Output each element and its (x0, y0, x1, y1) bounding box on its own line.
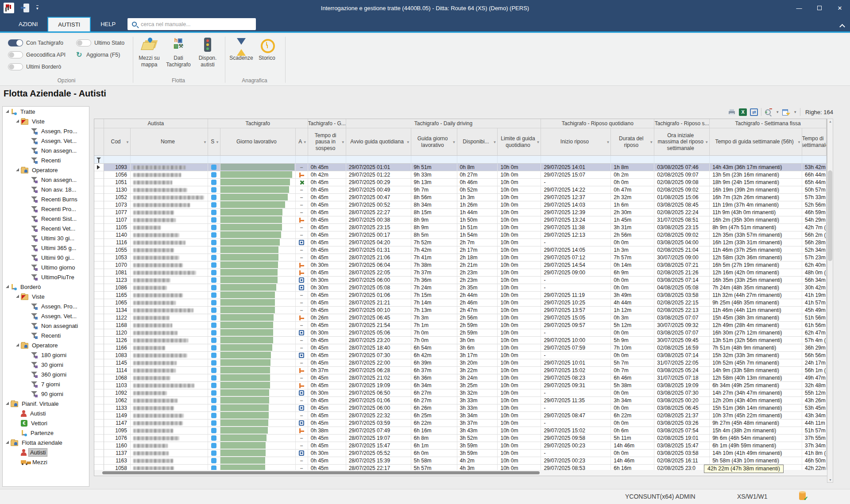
cell-inizio-riposo[interactable]: 29/07/2025 08:23 (541, 374, 611, 382)
cell-guida-giorno[interactable]: 8h 34m (411, 201, 457, 209)
cell-ora-iniziale[interactable]: 02/08/2025 09:08 (654, 179, 710, 186)
cell-giorno-lavorativo[interactable] (220, 246, 296, 254)
tree-expander-icon[interactable] (5, 402, 9, 405)
cell-s[interactable] (208, 374, 220, 382)
cell-disponibilita[interactable]: 1h 51m (457, 224, 498, 231)
cell-tempo-settimanale[interactable]: 10h 37m (45h 22m rimanenti) (710, 412, 802, 419)
cell-tempo-bisettimanale[interactable]: 56h 28m (33h (802, 239, 827, 246)
cell-pausa[interactable]: 0h 45m (308, 382, 346, 389)
cell-cod[interactable]: 1166 (104, 344, 131, 352)
cell-tempo-settimanale[interactable]: 7h 24m (48h 35m rimanenti) (710, 284, 802, 292)
cell-disponibilita[interactable]: 2h 47m (457, 307, 498, 314)
tree-item-tratte[interactable]: Tratte (3, 107, 89, 116)
cell-giorno-lavorativo[interactable] (220, 382, 296, 389)
cell-avvio[interactable]: 28/07/2025 23:20 (346, 337, 411, 344)
cell-pausa[interactable]: 0h 30m (308, 329, 346, 337)
cell-a[interactable] (296, 450, 308, 457)
cell-pausa[interactable]: 0h 42m (308, 171, 346, 179)
cell-nome[interactable] (131, 435, 208, 442)
cell-s[interactable] (208, 382, 220, 389)
cell-avvio[interactable]: 29/07/2025 00:52 (346, 201, 411, 209)
cell-durata-riposo[interactable]: 0h 2m (611, 171, 654, 179)
column-header-limite[interactable]: Limite di guida quotidiano▼ (498, 128, 541, 156)
cell-nome[interactable] (131, 277, 208, 284)
cell-tempo-bisettimanale[interactable]: 43h 34m (46h (802, 412, 827, 419)
cell-inizio-riposo[interactable]: 29/07/2025 07:12 (541, 254, 611, 262)
cell-tempo-settimanale[interactable]: 6h 34m (49h 25m rimanenti) (710, 382, 802, 389)
cell-s[interactable] (208, 194, 220, 201)
cell-s[interactable] (208, 412, 220, 419)
cell-a[interactable]: – (296, 322, 308, 329)
cell-durata-riposo[interactable]: 0h 0m (611, 352, 654, 359)
cell-inizio-riposo[interactable]: 29/07/2025 13:57 (541, 307, 611, 314)
cell-giorno-lavorativo[interactable] (220, 209, 296, 216)
cell-ora-iniziale[interactable]: 03/08/2025 07:54 (654, 427, 710, 435)
cell-disponibilita[interactable]: 4h 2m (457, 457, 498, 465)
tree-item-ultimi-90-gi[interactable]: Ultimi 90 gi... (3, 253, 89, 262)
scroll-down-icon[interactable]: ▼ (829, 478, 832, 481)
filter-dropdown-icon[interactable]: ▼ (216, 140, 219, 145)
table-row[interactable]: 1163–0h 45m28/07/2025 15:395h 58m4h 2m10… (94, 457, 827, 465)
cell-ora-iniziale[interactable]: 03/08/2025 03:58 (654, 450, 710, 457)
cell-s[interactable] (208, 269, 220, 277)
cell-tempo-bisettimanale[interactable]: 32h 48m (57h (802, 382, 827, 389)
cell-disponibilita[interactable]: 3h 24m (457, 374, 498, 382)
cell-cod[interactable]: 1073 (104, 201, 131, 209)
cell-ora-iniziale[interactable]: 03/08/2025 04:00 (654, 239, 710, 246)
cell-giorno-lavorativo[interactable] (220, 307, 296, 314)
cell-pausa[interactable]: 0h 45m (308, 344, 346, 352)
cell-guida-giorno[interactable]: 6h 1m (411, 442, 457, 450)
filter-cell-ind[interactable] (94, 156, 104, 164)
cell-cod[interactable]: 1133 (104, 404, 131, 412)
filter-cell-avvio[interactable] (346, 156, 411, 164)
cell-durata-riposo[interactable]: 5h 38m (611, 382, 654, 389)
cell-tempo-bisettimanale[interactable]: 41h 19m (48h (802, 292, 827, 299)
cell-s[interactable] (208, 419, 220, 427)
cell-inizio-riposo[interactable]: 29/07/2025 09:57 (541, 322, 611, 329)
cell-avvio[interactable]: 29/07/2025 06:04 (346, 262, 411, 269)
cell-inizio-riposo[interactable]: 29/07/2025 10:01 (541, 359, 611, 367)
row-indicator[interactable] (94, 374, 104, 382)
cell-tempo-bisettimanale[interactable]: 56h 56m (33h (802, 352, 827, 359)
cell-disponibilita[interactable]: 1h 44m (457, 209, 498, 216)
tree-item-viste[interactable]: Viste (3, 292, 89, 301)
cell-disponibilita[interactable]: 0h 27m (457, 171, 498, 179)
cell-disponibilita[interactable]: 3h 6m (457, 344, 498, 352)
cell-ora-iniziale[interactable]: 03/08/2025 07:14 (654, 277, 710, 284)
cell-pausa[interactable]: 0h 45m (308, 419, 346, 427)
table-row[interactable]: 10810h 45m28/07/2025 22:057h 37m2h 23m10… (94, 269, 827, 277)
cell-guida-giorno[interactable]: 7h 42m (411, 246, 457, 254)
cell-pausa[interactable]: 0h 45m (308, 322, 346, 329)
cell-tempo-bisettimanale[interactable]: 43h 26m (46h (802, 397, 827, 404)
cell-ora-iniziale[interactable]: 03/08/2025 07:07 (654, 329, 710, 337)
row-indicator[interactable] (94, 329, 104, 337)
cell-a[interactable]: – (296, 359, 308, 367)
cell-a[interactable] (296, 239, 308, 246)
cell-avvio[interactable]: 28/07/2025 22:27 (346, 209, 411, 216)
cell-disponibilita[interactable]: 1h 50m (457, 216, 498, 224)
cell-s[interactable] (208, 359, 220, 367)
tree-expander-icon[interactable] (15, 295, 19, 298)
cell-limite[interactable]: 10h 0m (498, 322, 541, 329)
cell-tempo-settimanale[interactable]: 13h 51m (32h 56m rimanenti) (710, 337, 802, 344)
cell-tempo-settimanale[interactable]: 7h 51m (48h 9m rimanenti) (710, 344, 802, 352)
cell-guida-giorno[interactable]: 6h 25m (411, 412, 457, 419)
cell-limite[interactable]: 10h 0m (498, 164, 541, 171)
cell-giorno-lavorativo[interactable] (220, 442, 296, 450)
cell-pausa[interactable]: 0h 45m (308, 186, 346, 194)
cell-guida-giorno[interactable]: 8h 15m (411, 209, 457, 216)
cell-disponibilita[interactable]: 3h 20m (457, 359, 498, 367)
cell-inizio-riposo[interactable]: - (541, 277, 611, 284)
cell-cod[interactable]: 1076 (104, 435, 131, 442)
table-row[interactable]: 11030h 45m28/07/2025 19:096h 34m3h 25m10… (94, 382, 827, 389)
cell-tempo-settimanale[interactable]: 9h 27m (45h 48m rimanenti) (710, 419, 802, 427)
cell-limite[interactable]: 10h 0m (498, 254, 541, 262)
cell-guida-giorno[interactable]: 8h 9m (411, 216, 457, 224)
cell-pausa[interactable]: 0h 45m (308, 442, 346, 450)
cell-cod[interactable]: 1068 (104, 374, 131, 382)
tree-item-ultimopiutre[interactable]: UltimoPiuTre (3, 272, 89, 282)
cell-s[interactable] (208, 337, 220, 344)
cell-avvio[interactable]: 29/07/2025 05:08 (346, 284, 411, 292)
toggle-switch[interactable] (8, 39, 23, 46)
row-indicator[interactable] (94, 246, 104, 254)
